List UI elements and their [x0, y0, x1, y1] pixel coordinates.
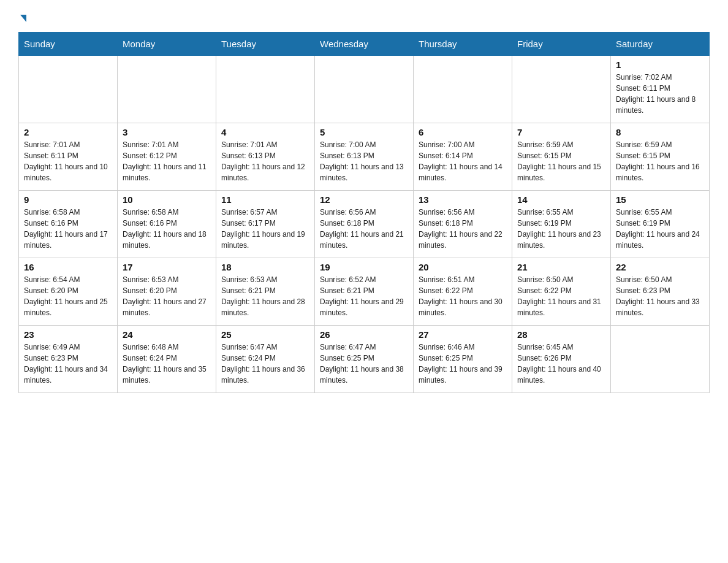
day-info: Sunrise: 7:00 AM Sunset: 6:14 PM Dayligh…: [419, 139, 507, 183]
day-number: 16: [24, 262, 112, 272]
day-number: 21: [517, 262, 605, 272]
day-number: 2: [24, 127, 112, 137]
day-info: Sunrise: 6:49 AM Sunset: 6:23 PM Dayligh…: [24, 342, 112, 386]
calendar-table: SundayMondayTuesdayWednesdayThursdayFrid…: [18, 32, 710, 393]
day-info: Sunrise: 6:51 AM Sunset: 6:22 PM Dayligh…: [419, 274, 507, 318]
calendar-cell: 22Sunrise: 6:50 AM Sunset: 6:23 PM Dayli…: [611, 258, 710, 326]
calendar-cell: 11Sunrise: 6:57 AM Sunset: 6:17 PM Dayli…: [216, 191, 315, 258]
calendar-week-row: 23Sunrise: 6:49 AM Sunset: 6:23 PM Dayli…: [19, 326, 710, 393]
day-info: Sunrise: 6:47 AM Sunset: 6:24 PM Dayligh…: [221, 342, 309, 386]
calendar-cell: 19Sunrise: 6:52 AM Sunset: 6:21 PM Dayli…: [315, 258, 414, 326]
calendar-cell: 15Sunrise: 6:55 AM Sunset: 6:19 PM Dayli…: [611, 191, 710, 258]
calendar-cell: 5Sunrise: 7:00 AM Sunset: 6:13 PM Daylig…: [315, 123, 414, 191]
calendar-cell: 18Sunrise: 6:53 AM Sunset: 6:21 PM Dayli…: [216, 258, 315, 326]
day-info: Sunrise: 7:01 AM Sunset: 6:13 PM Dayligh…: [221, 139, 309, 183]
day-number: 6: [419, 127, 507, 137]
weekday-header-friday: Friday: [512, 33, 611, 56]
calendar-cell: [118, 56, 216, 123]
day-number: 23: [24, 329, 112, 340]
day-number: 5: [320, 127, 408, 137]
day-info: Sunrise: 6:57 AM Sunset: 6:17 PM Dayligh…: [221, 207, 309, 251]
day-info: Sunrise: 7:01 AM Sunset: 6:12 PM Dayligh…: [123, 139, 211, 183]
calendar-cell: [611, 326, 710, 393]
day-number: 1: [616, 59, 704, 70]
day-info: Sunrise: 6:50 AM Sunset: 6:22 PM Dayligh…: [517, 274, 605, 318]
calendar-week-row: 2Sunrise: 7:01 AM Sunset: 6:11 PM Daylig…: [19, 123, 710, 191]
weekday-header-monday: Monday: [118, 33, 216, 56]
day-info: Sunrise: 6:56 AM Sunset: 6:18 PM Dayligh…: [419, 207, 507, 251]
logo-arrow-icon: [20, 15, 26, 22]
calendar-week-row: 9Sunrise: 6:58 AM Sunset: 6:16 PM Daylig…: [19, 191, 710, 258]
day-number: 19: [320, 262, 408, 272]
day-number: 17: [123, 262, 211, 272]
day-info: Sunrise: 7:01 AM Sunset: 6:11 PM Dayligh…: [24, 139, 112, 183]
day-number: 10: [123, 194, 211, 205]
calendar-body: 1Sunrise: 7:02 AM Sunset: 6:11 PM Daylig…: [19, 56, 710, 393]
calendar-cell: 23Sunrise: 6:49 AM Sunset: 6:23 PM Dayli…: [19, 326, 118, 393]
day-number: 14: [517, 194, 605, 205]
day-info: Sunrise: 6:47 AM Sunset: 6:25 PM Dayligh…: [320, 342, 408, 386]
calendar-cell: 1Sunrise: 7:02 AM Sunset: 6:11 PM Daylig…: [611, 56, 710, 123]
weekday-header-thursday: Thursday: [414, 33, 512, 56]
day-number: 3: [123, 127, 211, 137]
day-number: 12: [320, 194, 408, 205]
calendar-cell: 9Sunrise: 6:58 AM Sunset: 6:16 PM Daylig…: [19, 191, 118, 258]
calendar-cell: 24Sunrise: 6:48 AM Sunset: 6:24 PM Dayli…: [118, 326, 216, 393]
calendar-cell: 21Sunrise: 6:50 AM Sunset: 6:22 PM Dayli…: [512, 258, 611, 326]
weekday-header-row: SundayMondayTuesdayWednesdayThursdayFrid…: [19, 33, 710, 56]
day-info: Sunrise: 6:50 AM Sunset: 6:23 PM Dayligh…: [616, 274, 704, 318]
day-info: Sunrise: 6:46 AM Sunset: 6:25 PM Dayligh…: [419, 342, 507, 386]
page-header: [18, 12, 710, 21]
calendar-cell: [512, 56, 611, 123]
day-info: Sunrise: 6:52 AM Sunset: 6:21 PM Dayligh…: [320, 274, 408, 318]
calendar-week-row: 16Sunrise: 6:54 AM Sunset: 6:20 PM Dayli…: [19, 258, 710, 326]
weekday-header-tuesday: Tuesday: [216, 33, 315, 56]
weekday-header-wednesday: Wednesday: [315, 33, 414, 56]
calendar-cell: 2Sunrise: 7:01 AM Sunset: 6:11 PM Daylig…: [19, 123, 118, 191]
day-info: Sunrise: 6:48 AM Sunset: 6:24 PM Dayligh…: [123, 342, 211, 386]
day-info: Sunrise: 6:55 AM Sunset: 6:19 PM Dayligh…: [517, 207, 605, 251]
day-number: 13: [419, 194, 507, 205]
logo-top: [18, 12, 26, 22]
day-number: 9: [24, 194, 112, 205]
calendar-cell: 25Sunrise: 6:47 AM Sunset: 6:24 PM Dayli…: [216, 326, 315, 393]
calendar-cell: [19, 56, 118, 123]
day-info: Sunrise: 6:53 AM Sunset: 6:20 PM Dayligh…: [123, 274, 211, 318]
day-number: 24: [123, 329, 211, 340]
day-number: 25: [221, 329, 309, 340]
calendar-cell: 17Sunrise: 6:53 AM Sunset: 6:20 PM Dayli…: [118, 258, 216, 326]
calendar-cell: 10Sunrise: 6:58 AM Sunset: 6:16 PM Dayli…: [118, 191, 216, 258]
weekday-header-saturday: Saturday: [611, 33, 710, 56]
day-info: Sunrise: 6:55 AM Sunset: 6:19 PM Dayligh…: [616, 207, 704, 251]
day-info: Sunrise: 7:00 AM Sunset: 6:13 PM Dayligh…: [320, 139, 408, 183]
day-info: Sunrise: 6:45 AM Sunset: 6:26 PM Dayligh…: [517, 342, 605, 386]
day-info: Sunrise: 7:02 AM Sunset: 6:11 PM Dayligh…: [616, 72, 704, 116]
calendar-cell: [315, 56, 414, 123]
day-number: 7: [517, 127, 605, 137]
calendar-cell: 26Sunrise: 6:47 AM Sunset: 6:25 PM Dayli…: [315, 326, 414, 393]
calendar-cell: [414, 56, 512, 123]
calendar-cell: 3Sunrise: 7:01 AM Sunset: 6:12 PM Daylig…: [118, 123, 216, 191]
calendar-cell: 14Sunrise: 6:55 AM Sunset: 6:19 PM Dayli…: [512, 191, 611, 258]
calendar-cell: 7Sunrise: 6:59 AM Sunset: 6:15 PM Daylig…: [512, 123, 611, 191]
day-number: 11: [221, 194, 309, 205]
day-number: 27: [419, 329, 507, 340]
day-info: Sunrise: 6:54 AM Sunset: 6:20 PM Dayligh…: [24, 274, 112, 318]
calendar-cell: 8Sunrise: 6:59 AM Sunset: 6:15 PM Daylig…: [611, 123, 710, 191]
calendar-cell: [216, 56, 315, 123]
day-number: 18: [221, 262, 309, 272]
calendar-cell: 4Sunrise: 7:01 AM Sunset: 6:13 PM Daylig…: [216, 123, 315, 191]
calendar-cell: 6Sunrise: 7:00 AM Sunset: 6:14 PM Daylig…: [414, 123, 512, 191]
calendar-cell: 12Sunrise: 6:56 AM Sunset: 6:18 PM Dayli…: [315, 191, 414, 258]
day-number: 22: [616, 262, 704, 272]
day-number: 4: [221, 127, 309, 137]
day-info: Sunrise: 6:59 AM Sunset: 6:15 PM Dayligh…: [616, 139, 704, 183]
calendar-header: SundayMondayTuesdayWednesdayThursdayFrid…: [19, 33, 710, 56]
day-number: 15: [616, 194, 704, 205]
day-number: 28: [517, 329, 605, 340]
logo: [18, 12, 26, 21]
day-info: Sunrise: 6:56 AM Sunset: 6:18 PM Dayligh…: [320, 207, 408, 251]
calendar-cell: 27Sunrise: 6:46 AM Sunset: 6:25 PM Dayli…: [414, 326, 512, 393]
calendar-cell: 16Sunrise: 6:54 AM Sunset: 6:20 PM Dayli…: [19, 258, 118, 326]
day-number: 8: [616, 127, 704, 137]
